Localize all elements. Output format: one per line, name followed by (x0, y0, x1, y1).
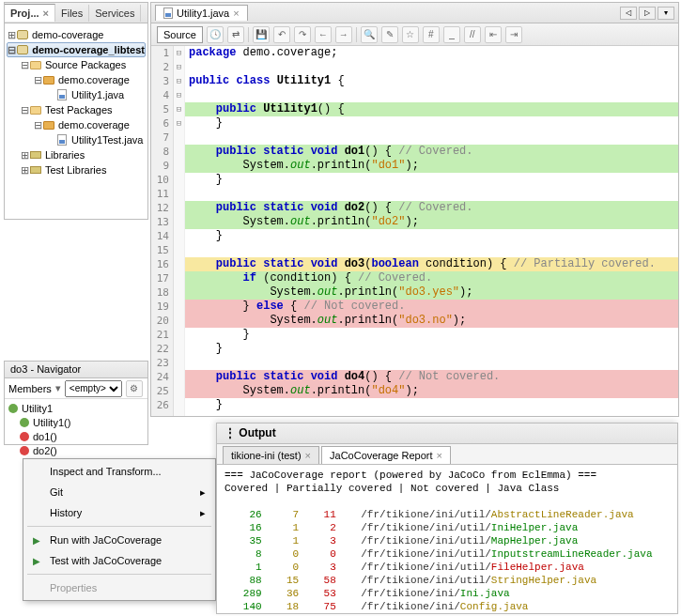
close-icon[interactable]: × (43, 8, 49, 19)
goto-icon[interactable]: # (423, 26, 440, 43)
member-icon (20, 418, 29, 427)
tree-node[interactable]: ⊞demo-coverage (7, 27, 146, 42)
code-line[interactable]: public static void do3(boolean condition… (185, 257, 678, 271)
projects-tab[interactable]: Services (89, 5, 141, 22)
menu-item[interactable]: Inspect and Transform... (25, 461, 213, 482)
code-area[interactable]: package demo.coverage;public class Utili… (185, 46, 678, 416)
prev-icon[interactable]: ◁ (620, 7, 637, 20)
nav-class[interactable]: Utility1 (7, 401, 146, 415)
code-line[interactable] (185, 243, 678, 257)
code-line[interactable]: public static void do2() { // Covered. (185, 201, 678, 215)
menu-item[interactable]: History▸ (25, 502, 213, 523)
twisty-icon[interactable]: ⊟ (33, 74, 42, 86)
line-number: 16 (151, 257, 169, 271)
navigator-filter-icon[interactable]: ⚙ (126, 380, 143, 397)
tree-node[interactable]: ⊞Libraries (7, 147, 146, 162)
code-line[interactable]: } (185, 342, 678, 356)
line-number: 3 (151, 74, 169, 88)
fold-icon[interactable]: ⊟ (174, 60, 184, 74)
fold-icon[interactable]: ⊟ (174, 102, 184, 116)
fold-icon[interactable]: ⊟ (174, 116, 184, 131)
tree-node[interactable]: Utility1Test.java (7, 132, 146, 147)
close-icon[interactable]: × (233, 8, 239, 19)
comment-icon[interactable]: // (464, 26, 481, 43)
code-line[interactable]: System.out.println("do1"); (185, 159, 678, 173)
code-line[interactable] (185, 131, 678, 145)
editor-tab[interactable]: Utility1.java × (155, 5, 248, 21)
output-tab[interactable]: JaCoCoverage Report× (321, 446, 451, 464)
save-icon[interactable]: 💾 (253, 26, 270, 43)
code-line[interactable]: System.out.println("do3.no"); (185, 314, 678, 328)
fold-icon[interactable]: ⊟ (174, 46, 184, 60)
back-icon[interactable]: ← (315, 26, 332, 43)
tree-label: demo-coverage (32, 29, 103, 40)
bookmark-icon[interactable]: ☆ (402, 26, 419, 43)
ruler-icon[interactable]: ⎯ (443, 26, 460, 43)
twisty-icon[interactable]: ⊟ (20, 59, 29, 71)
twisty-icon[interactable]: ⊟ (8, 44, 17, 56)
code-line[interactable]: public Utility1() { (185, 102, 678, 116)
code-line[interactable]: if (condition) { // Covered. (185, 271, 678, 285)
projects-tab[interactable]: Proj...× (5, 4, 55, 22)
next-icon[interactable]: ▷ (639, 7, 656, 20)
close-icon[interactable]: × (436, 450, 441, 461)
code-line[interactable]: public static void do1() { // Covered. (185, 145, 678, 159)
code-line[interactable] (185, 88, 678, 102)
tree-node[interactable]: Utility1.java (7, 87, 146, 102)
tree-node[interactable]: ⊟demo-coverage_libtest (7, 42, 146, 57)
code-line[interactable]: } (185, 328, 678, 342)
fwd-icon[interactable]: → (335, 26, 352, 43)
code-line[interactable]: System.out.println("do4"); (185, 384, 678, 398)
fold-icon[interactable]: ⊟ (174, 88, 184, 102)
code-line[interactable]: } (185, 229, 678, 243)
navigator-empty-select[interactable]: <empty> (65, 380, 122, 397)
code-line[interactable]: System.out.println("do2"); (185, 215, 678, 229)
tree-node[interactable]: ⊞Test Libraries (7, 162, 146, 177)
code-line[interactable]: } (185, 173, 678, 187)
nav-member[interactable]: do2() (7, 443, 146, 457)
tree-node[interactable]: ⊟demo.coverage (7, 117, 146, 132)
report-header: === JaCoCoverage report (powered by JaCo… (224, 469, 670, 482)
diff-icon[interactable]: ⇄ (227, 26, 244, 43)
find-icon[interactable]: 🔍 (361, 26, 378, 43)
nav-member[interactable]: Utility1() (7, 415, 146, 429)
source-button[interactable]: Source (157, 26, 203, 43)
shift-right-icon[interactable]: ⇥ (505, 26, 522, 43)
close-icon[interactable]: × (305, 450, 311, 461)
history-icon[interactable]: 🕓 (207, 26, 224, 43)
line-number: 12 (151, 201, 169, 215)
code-line[interactable]: public class Utility1 { (185, 74, 678, 88)
code-line[interactable]: public static void do4() { // Not covere… (185, 370, 678, 384)
nav-member[interactable]: do1() (7, 429, 146, 443)
twisty-icon[interactable]: ⊞ (20, 164, 29, 177)
twisty-icon[interactable]: ⊞ (7, 29, 16, 41)
undo-icon[interactable]: ↶ (273, 26, 290, 43)
twisty-icon[interactable]: ⊟ (20, 104, 29, 116)
code-line[interactable]: } else { // Not covered. (185, 300, 678, 314)
code-line[interactable] (185, 356, 678, 370)
redo-icon[interactable]: ↷ (294, 26, 311, 43)
code-line[interactable]: System.out.println("do3.yes"); (185, 285, 678, 300)
output-tab[interactable]: tikione-ini (test)× (223, 446, 319, 464)
code-line[interactable]: } (185, 398, 678, 412)
twisty-icon[interactable]: ⊟ (33, 119, 42, 131)
navigator-title: do3 - Navigator (5, 362, 147, 378)
code-line[interactable] (185, 187, 678, 201)
fold-icon[interactable]: ⊟ (174, 74, 184, 88)
tree-node[interactable]: ⊟demo.coverage (7, 72, 146, 87)
menu-item[interactable]: ▶Run with JaCoCoverage (25, 530, 213, 550)
code-line[interactable]: package demo.coverage; (185, 46, 678, 60)
coverage-row: 140 18 75 /fr/tikione/ini/Config.java (224, 600, 670, 613)
code-line[interactable] (185, 60, 678, 74)
tree-node[interactable]: ⊟Source Packages (7, 57, 146, 72)
code-line[interactable]: } (185, 116, 678, 131)
twisty-icon[interactable]: ⊞ (20, 149, 29, 162)
tree-node[interactable]: ⊟Test Packages (7, 102, 146, 117)
menu-icon[interactable]: ▾ (658, 7, 674, 20)
projects-tab[interactable]: Files (55, 5, 89, 22)
highlight-icon[interactable]: ✎ (381, 26, 398, 43)
menu-item[interactable]: ▶Test with JaCoCoverage (25, 550, 213, 571)
shift-left-icon[interactable]: ⇤ (485, 26, 502, 43)
navigator-toolbar: Members ▾ <empty> ⚙ (5, 378, 147, 399)
menu-item[interactable]: Git▸ (25, 482, 213, 502)
